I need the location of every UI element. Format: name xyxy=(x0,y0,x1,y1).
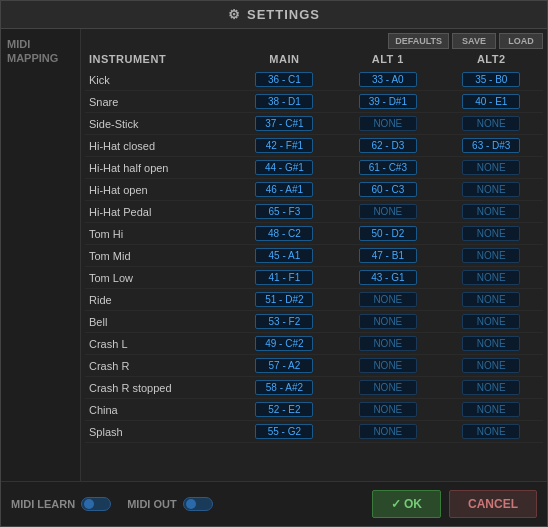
badge-alt2: 63 - D#3 xyxy=(462,138,520,153)
cell-main[interactable]: 42 - F#1 xyxy=(233,135,336,157)
table-row: Tom Mid45 - A147 - B1NONE xyxy=(85,245,543,267)
badge-alt1: 62 - D3 xyxy=(359,138,417,153)
badge-alt1: 33 - A0 xyxy=(359,72,417,87)
cell-alt1[interactable]: NONE xyxy=(336,355,439,377)
midi-table-container[interactable]: INSTRUMENT MAIN ALT 1 ALT2 Kick36 - C133… xyxy=(81,49,547,481)
cell-alt1[interactable]: NONE xyxy=(336,289,439,311)
cell-alt1[interactable]: NONE xyxy=(336,421,439,443)
cell-alt1[interactable]: 61 - C#3 xyxy=(336,157,439,179)
left-panel: MIDIMAPPING xyxy=(1,29,81,481)
table-row: Crash R stopped58 - A#2NONENONE xyxy=(85,377,543,399)
gear-icon: ⚙ xyxy=(228,7,241,22)
cell-main[interactable]: 57 - A2 xyxy=(233,355,336,377)
cell-instrument: Tom Hi xyxy=(85,223,233,245)
cell-alt2[interactable]: NONE xyxy=(440,333,543,355)
badge-alt2: NONE xyxy=(462,380,520,395)
badge-alt1: NONE xyxy=(359,292,417,307)
cell-alt2[interactable]: NONE xyxy=(440,399,543,421)
badge-alt2: NONE xyxy=(462,336,520,351)
badge-alt1: 43 - G1 xyxy=(359,270,417,285)
cell-alt1[interactable]: 43 - G1 xyxy=(336,267,439,289)
cell-alt2[interactable]: NONE xyxy=(440,157,543,179)
cell-main[interactable]: 36 - C1 xyxy=(233,69,336,91)
midi-learn-knob xyxy=(84,499,94,509)
table-row: Crash R57 - A2NONENONE xyxy=(85,355,543,377)
cell-main[interactable]: 58 - A#2 xyxy=(233,377,336,399)
cell-instrument: Splash xyxy=(85,421,233,443)
cell-alt1[interactable]: NONE xyxy=(336,311,439,333)
badge-main: 46 - A#1 xyxy=(255,182,313,197)
badge-alt2: NONE xyxy=(462,204,520,219)
midi-learn-toggle[interactable] xyxy=(81,497,111,511)
cell-main[interactable]: 46 - A#1 xyxy=(233,179,336,201)
cell-main[interactable]: 65 - F3 xyxy=(233,201,336,223)
col-main: MAIN xyxy=(233,49,336,69)
badge-alt1: NONE xyxy=(359,336,417,351)
cell-alt2[interactable]: NONE xyxy=(440,421,543,443)
midi-mapping-label: MIDIMAPPING xyxy=(7,37,58,66)
cell-main[interactable]: 49 - C#2 xyxy=(233,333,336,355)
cell-main[interactable]: 48 - C2 xyxy=(233,223,336,245)
cell-alt2[interactable]: NONE xyxy=(440,355,543,377)
cell-alt1[interactable]: 47 - B1 xyxy=(336,245,439,267)
cell-main[interactable]: 37 - C#1 xyxy=(233,113,336,135)
cell-alt2[interactable]: NONE xyxy=(440,179,543,201)
table-row: Hi-Hat half open44 - G#161 - C#3NONE xyxy=(85,157,543,179)
badge-main: 38 - D1 xyxy=(255,94,313,109)
load-button[interactable]: LOAD xyxy=(499,33,543,49)
cell-alt1[interactable]: 60 - C3 xyxy=(336,179,439,201)
cell-main[interactable]: 55 - G2 xyxy=(233,421,336,443)
cell-alt2[interactable]: NONE xyxy=(440,113,543,135)
settings-window: ⚙ SETTINGS MIDIMAPPING DEFAULTS SAVE LOA… xyxy=(0,0,548,527)
cell-alt1[interactable]: 33 - A0 xyxy=(336,69,439,91)
cell-alt2[interactable]: 63 - D#3 xyxy=(440,135,543,157)
cell-alt2[interactable]: 40 - E1 xyxy=(440,91,543,113)
cell-instrument: Hi-Hat half open xyxy=(85,157,233,179)
badge-main: 55 - G2 xyxy=(255,424,313,439)
cell-main[interactable]: 41 - F1 xyxy=(233,267,336,289)
cell-alt2[interactable]: NONE xyxy=(440,311,543,333)
ok-button[interactable]: ✓ OK xyxy=(372,490,441,518)
midi-out-toggle[interactable] xyxy=(183,497,213,511)
badge-main: 65 - F3 xyxy=(255,204,313,219)
badge-alt1: 39 - D#1 xyxy=(359,94,417,109)
cell-alt2[interactable]: NONE xyxy=(440,289,543,311)
badge-alt1: 61 - C#3 xyxy=(359,160,417,175)
cell-alt1[interactable]: 50 - D2 xyxy=(336,223,439,245)
cell-main[interactable]: 44 - G#1 xyxy=(233,157,336,179)
cell-alt2[interactable]: NONE xyxy=(440,223,543,245)
cell-alt1[interactable]: NONE xyxy=(336,399,439,421)
cell-alt2[interactable]: 35 - B0 xyxy=(440,69,543,91)
cell-main[interactable]: 38 - D1 xyxy=(233,91,336,113)
table-row: Bell53 - F2NONENONE xyxy=(85,311,543,333)
badge-main: 48 - C2 xyxy=(255,226,313,241)
cell-alt1[interactable]: NONE xyxy=(336,377,439,399)
top-controls: DEFAULTS SAVE LOAD xyxy=(81,29,547,49)
title-bar: ⚙ SETTINGS xyxy=(1,1,547,29)
cell-main[interactable]: 51 - D#2 xyxy=(233,289,336,311)
cell-alt1[interactable]: NONE xyxy=(336,201,439,223)
badge-alt2: NONE xyxy=(462,314,520,329)
cell-alt1[interactable]: 62 - D3 xyxy=(336,135,439,157)
cell-instrument: Kick xyxy=(85,69,233,91)
midi-learn-label: MIDI LEARN xyxy=(11,498,75,510)
badge-main: 49 - C#2 xyxy=(255,336,313,351)
badge-alt1: NONE xyxy=(359,314,417,329)
badge-alt1: NONE xyxy=(359,204,417,219)
cancel-button[interactable]: CANCEL xyxy=(449,490,537,518)
cell-alt2[interactable]: NONE xyxy=(440,377,543,399)
cell-main[interactable]: 45 - A1 xyxy=(233,245,336,267)
cell-alt2[interactable]: NONE xyxy=(440,245,543,267)
cell-alt2[interactable]: NONE xyxy=(440,267,543,289)
cell-alt1[interactable]: NONE xyxy=(336,333,439,355)
badge-alt1: NONE xyxy=(359,380,417,395)
cell-alt1[interactable]: 39 - D#1 xyxy=(336,91,439,113)
cell-alt2[interactable]: NONE xyxy=(440,201,543,223)
footer: MIDI LEARN MIDI OUT ✓ OK CANCEL xyxy=(1,481,547,526)
cell-alt1[interactable]: NONE xyxy=(336,113,439,135)
defaults-button[interactable]: DEFAULTS xyxy=(388,33,449,49)
save-button[interactable]: SAVE xyxy=(452,33,496,49)
badge-alt1: NONE xyxy=(359,402,417,417)
cell-main[interactable]: 52 - E2 xyxy=(233,399,336,421)
cell-main[interactable]: 53 - F2 xyxy=(233,311,336,333)
